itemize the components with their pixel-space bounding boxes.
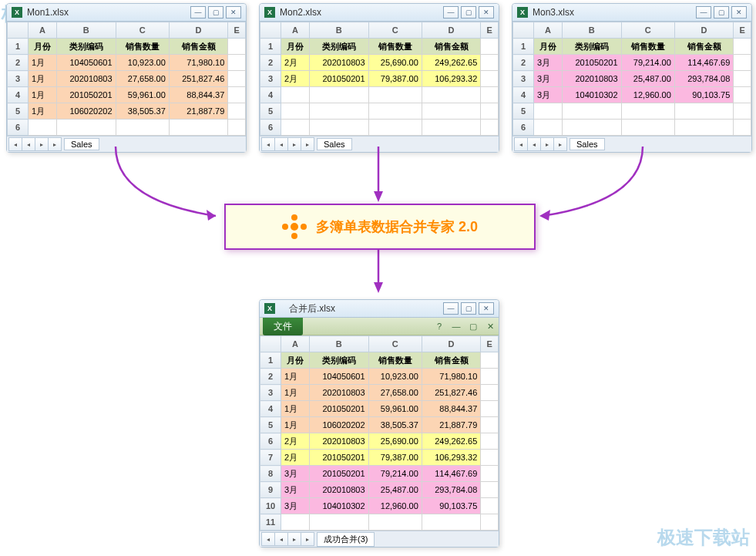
data-cell[interactable]: 3月 [534,55,563,71]
row-header[interactable]: 3 [8,71,29,87]
data-cell[interactable]: 25,690.00 [368,433,422,450]
data-cell[interactable]: 2月 [281,450,310,466]
data-cell[interactable]: 1月 [29,87,57,103]
data-cell[interactable]: 88,844.37 [422,401,481,417]
data-cell[interactable]: 79,387.00 [368,71,422,87]
data-cell[interactable]: 71,980.10 [422,369,481,385]
data-cell[interactable]: 106020202 [57,103,116,120]
data-cell[interactable]: 27,658.00 [368,385,422,401]
data-cell[interactable]: 1月 [29,55,57,71]
titlebar[interactable]: X Mon3.xlsx — ▢ ✕ [512,4,751,22]
header-cell[interactable]: 销售金额 [674,39,734,55]
spreadsheet-grid[interactable]: ABCDE1月份类别编码销售数量销售金额21月10405060110,923.0… [260,335,499,531]
header-cell[interactable]: 销售金额 [422,352,481,369]
data-cell[interactable]: 2月 [281,55,310,71]
data-cell[interactable]: 201050201 [310,71,369,87]
header-cell[interactable]: 月份 [281,39,310,55]
data-cell[interactable]: 201050201 [57,87,116,103]
data-cell[interactable]: 38,505.37 [116,103,169,120]
file-button[interactable]: 文件 [263,318,303,335]
row-header[interactable]: 8 [260,466,281,482]
data-cell[interactable]: 114,467.69 [422,466,481,482]
col-header[interactable]: B [57,22,116,39]
row-header[interactable]: 5 [8,103,29,120]
col-header[interactable]: B [310,22,369,39]
header-cell[interactable]: 类别编码 [563,39,622,55]
data-cell[interactable]: 1月 [281,385,310,401]
data-cell[interactable]: 202010803 [563,71,622,87]
data-cell[interactable]: 104050601 [57,55,116,71]
col-header[interactable]: A [281,336,310,352]
row-header[interactable]: 2 [8,55,29,71]
data-cell[interactable]: 90,103.75 [674,87,734,103]
data-cell[interactable]: 2月 [281,71,310,87]
data-cell[interactable]: 201050201 [310,466,369,482]
header-cell[interactable]: 销售金额 [422,39,481,55]
data-cell[interactable]: 79,387.00 [368,450,422,466]
close-button[interactable]: ✕ [731,6,747,19]
data-cell[interactable]: 293,784.08 [422,482,481,498]
data-cell[interactable]: 3月 [281,482,310,498]
data-cell[interactable]: 3月 [534,71,563,87]
row-header[interactable]: 1 [260,39,281,55]
header-cell[interactable]: 销售数量 [368,352,422,369]
titlebar[interactable]: X Mon1.xlsx — ▢ ✕ [7,4,246,22]
maximize-button[interactable]: ▢ [208,6,223,19]
data-cell[interactable]: 293,784.08 [674,71,734,87]
row-header[interactable]: 6 [260,120,281,136]
row-header[interactable]: 10 [260,498,281,514]
data-cell[interactable]: 1月 [281,369,310,385]
data-cell[interactable]: 1月 [29,71,57,87]
row-header[interactable]: 2 [260,55,281,71]
data-cell[interactable]: 201050201 [563,55,622,71]
data-cell[interactable]: 90,103.75 [422,498,481,514]
data-cell[interactable]: 10,923.00 [368,369,422,385]
header-cell[interactable]: 销售金额 [169,39,228,55]
header-cell[interactable]: 类别编码 [310,39,369,55]
data-cell[interactable]: 3月 [281,466,310,482]
ribbon[interactable]: 文件 ? — ▢ ✕ [260,318,499,335]
header-cell[interactable]: 类别编码 [57,39,116,55]
col-header[interactable]: C [621,22,674,39]
row-header[interactable]: 6 [513,120,534,136]
sheet-tab[interactable]: Sales [64,138,99,150]
close-button[interactable]: ✕ [479,6,494,19]
data-cell[interactable]: 249,262.65 [422,55,481,71]
row-header[interactable]: 4 [260,87,281,103]
data-cell[interactable]: 2月 [281,433,310,450]
spreadsheet-grid[interactable]: ABCDE1月份类别编码销售数量销售金额22月20201080325,690.0… [260,22,499,136]
col-header[interactable]: A [281,22,310,39]
minimize-button[interactable]: — [443,6,459,19]
row-header[interactable]: 4 [513,87,534,103]
data-cell[interactable]: 104050601 [310,369,369,385]
data-cell[interactable]: 202010803 [310,385,369,401]
spreadsheet-grid[interactable]: ABCDE1月份类别编码销售数量销售金额21月10405060110,923.0… [7,22,246,136]
data-cell[interactable]: 12,960.00 [368,498,422,514]
minimize-button[interactable]: — [443,302,459,315]
row-header[interactable]: 4 [260,401,281,417]
col-header[interactable]: E [481,336,499,352]
row-header[interactable]: 4 [8,87,29,103]
data-cell[interactable]: 104010302 [310,498,369,514]
row-header[interactable]: 3 [513,71,534,87]
col-header[interactable]: D [169,22,228,39]
data-cell[interactable]: 201050201 [310,401,369,417]
data-cell[interactable]: 251,827.46 [169,71,228,87]
data-cell[interactable]: 25,690.00 [368,55,422,71]
data-cell[interactable]: 12,960.00 [621,87,674,103]
row-header[interactable]: 5 [513,103,534,120]
data-cell[interactable]: 202010803 [57,71,116,87]
col-header[interactable]: D [422,22,481,39]
col-header[interactable]: B [563,22,622,39]
titlebar[interactable]: X 合并后.xlsx — ▢ ✕ [260,300,499,318]
row-header[interactable]: 6 [8,120,29,136]
col-header[interactable]: A [29,22,57,39]
data-cell[interactable]: 25,487.00 [621,71,674,87]
help-icon[interactable]: ? [432,319,446,333]
row-header[interactable]: 1 [260,352,281,369]
data-cell[interactable]: 114,467.69 [674,55,734,71]
data-cell[interactable]: 38,505.37 [368,417,422,433]
sheet-nav[interactable]: ◂◂▸▸ [261,532,314,546]
data-cell[interactable]: 1月 [281,401,310,417]
data-cell[interactable]: 79,214.00 [368,466,422,482]
